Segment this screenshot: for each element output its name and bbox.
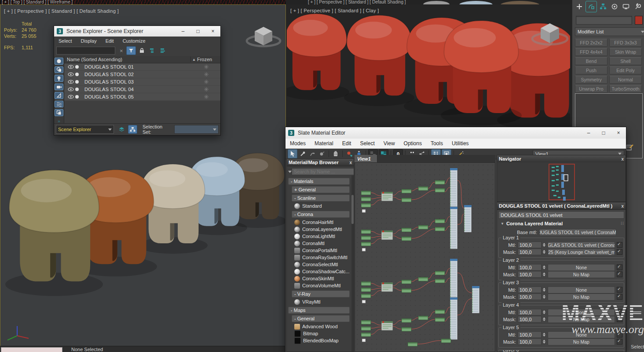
params-header[interactable]: DOUGLAS STOOL 01 velvet ( CoronaLayeredM…	[497, 202, 626, 210]
modify-tab-icon[interactable]	[585, 1, 597, 12]
collapse-tree-icon[interactable]	[159, 47, 168, 55]
mask-spinner[interactable]	[542, 249, 546, 255]
mtl-slot-button[interactable]: None	[548, 264, 615, 271]
frozen-toggle-icon[interactable]	[192, 87, 220, 92]
modifier-button[interactable]: Unwrap Pro	[575, 85, 607, 93]
menu-item[interactable]: Edit	[338, 140, 356, 147]
pick-material-from-object-icon[interactable]	[308, 150, 317, 158]
close-panel-icon[interactable]: x	[621, 157, 624, 161]
browser-tree-row[interactable]: CoronaHairMtl	[294, 219, 351, 226]
visibility-eye-icon[interactable]	[68, 72, 74, 77]
scene-explorer-titlebar[interactable]: 3 Scene Explorer - Scene Explorer – □ ×	[54, 26, 220, 37]
browser-tree-row[interactable]: CoronaLightMtl	[294, 233, 351, 240]
navigator-title[interactable]: Navigatorx	[497, 155, 626, 163]
menu-item[interactable]: View	[379, 140, 399, 147]
mtl-spinner[interactable]	[542, 264, 546, 270]
red-stool-2[interactable]	[344, 15, 414, 106]
maxscript-mini-listener[interactable]	[1, 347, 62, 352]
minimize-button[interactable]: –	[176, 26, 190, 37]
browser-options-icon[interactable]	[288, 169, 292, 175]
menu-item[interactable]: Select	[355, 140, 379, 147]
mask-slot-button[interactable]: No Map	[548, 293, 615, 301]
delete-selected-icon[interactable]	[331, 150, 340, 158]
menu-item[interactable]: Utilities	[447, 140, 473, 147]
motion-tab-icon[interactable]	[609, 1, 620, 12]
browser-tree-row[interactable]: - Materials	[288, 178, 350, 185]
browser-tree-row[interactable]: CoronaMtl	[294, 240, 351, 247]
browser-tree-row[interactable]: + General	[292, 186, 350, 193]
mask-enable-checkbox[interactable]	[617, 249, 622, 255]
search-input[interactable]	[56, 47, 115, 55]
scene-object-row[interactable]: DOUGLAS STOOL 04	[64, 86, 220, 93]
hierarchy-mode-icon[interactable]	[128, 125, 137, 134]
close-button[interactable]: ×	[205, 26, 220, 37]
frozen-toggle-icon[interactable]	[192, 95, 220, 99]
browser-tree-row[interactable]: CoronaRaySwitchMtl	[294, 254, 351, 261]
mtl-spinner[interactable]	[542, 309, 546, 315]
browser-scrollbar[interactable]	[351, 176, 354, 352]
selection-set-dropdown[interactable]	[174, 125, 219, 134]
scene-object-row[interactable]: DOUGLAS STOOL 05	[64, 93, 220, 101]
browser-tree-row[interactable]: - Scanline	[292, 194, 350, 202]
browser-search-input[interactable]	[292, 168, 354, 175]
mtl-slot-button[interactable]: None	[548, 286, 615, 293]
browser-tree-row[interactable]: CoronaSkinMtl	[294, 275, 351, 282]
stool-object-01[interactable]	[5, 170, 103, 296]
browser-tree-row[interactable]: Bitmap	[294, 330, 351, 337]
mask-spinner[interactable]	[542, 271, 546, 277]
mask-spinner[interactable]	[542, 294, 546, 300]
viewport-top-wireframe[interactable]: [ + ] [ Top ] [ Standard ] [ Wireframe ]	[0, 0, 286, 4]
display-spacewarps-icon[interactable]	[55, 101, 63, 108]
frozen-toggle-icon[interactable]	[192, 80, 220, 84]
clear-search-icon[interactable]: ×	[120, 48, 123, 54]
menu-item[interactable]: Edit	[101, 38, 118, 44]
visibility-eye-icon[interactable]	[68, 87, 74, 92]
maximize-button[interactable]: □	[190, 26, 205, 37]
mask-amount-field[interactable]: 100,0	[518, 249, 542, 255]
column-header-frozen[interactable]: ▲ Frozen	[190, 57, 220, 62]
modifier-button[interactable]: FFD 4x4x4	[575, 48, 607, 56]
browser-panel-title[interactable]: Material/Map Browserx	[287, 159, 354, 166]
object-name-field[interactable]	[576, 16, 632, 25]
close-button[interactable]: ×	[611, 127, 626, 139]
display-geometry-icon[interactable]	[55, 58, 63, 65]
visibility-eye-icon[interactable]	[68, 95, 74, 99]
assign-material-to-selection-icon[interactable]	[345, 150, 354, 158]
modifier-list-dropdown[interactable]: Modifier List	[575, 27, 644, 36]
minimize-button[interactable]: –	[581, 127, 596, 139]
browser-tree-row[interactable]: VRayMtl	[294, 298, 351, 305]
maximize-button[interactable]: □	[596, 127, 611, 139]
mtl-amount-field[interactable]: 100,0	[518, 264, 542, 271]
modifier-button[interactable]: TurboSmooth	[609, 85, 642, 93]
mask-spinner[interactable]	[542, 316, 546, 322]
red-stool-1[interactable]	[287, 14, 349, 100]
mask-enable-checkbox[interactable]	[617, 316, 622, 322]
visibility-eye-icon[interactable]	[68, 80, 74, 84]
modifier-button[interactable]: Shell	[609, 57, 642, 65]
viewport-upper-sliver-label[interactable]: [ + ] [ Perspective ] [ Standard ] [ Def…	[308, 0, 406, 4]
scene-object-row[interactable]: DOUGLAS STOOL 01	[64, 63, 220, 71]
menu-item[interactable]: Tools	[426, 140, 447, 147]
mask-amount-field[interactable]: 100,0	[518, 293, 542, 300]
mask-enable-checkbox[interactable]	[617, 339, 622, 345]
browser-tree-row[interactable]: - General	[292, 315, 350, 322]
create-tab-icon[interactable]	[574, 1, 585, 12]
menu-item[interactable]: Modes	[285, 140, 310, 147]
mask-amount-field[interactable]: 100,0	[518, 271, 542, 278]
modifier-button[interactable]: Push	[575, 66, 607, 74]
parameter-editor-icon[interactable]	[626, 144, 633, 150]
browser-tree-row[interactable]: - Maps	[288, 307, 350, 314]
visibility-eye-icon[interactable]	[68, 65, 74, 69]
display-groups-icon[interactable]	[55, 109, 63, 116]
mtl-enable-checkbox[interactable]	[617, 287, 622, 293]
mtl-enable-checkbox[interactable]	[617, 264, 622, 270]
display-cameras-icon[interactable]	[55, 84, 63, 91]
display-tab-icon[interactable]	[621, 1, 631, 12]
menu-item[interactable]: Select	[54, 38, 77, 44]
modifier-button[interactable]: FFD 2x2x2	[575, 39, 607, 47]
mtl-spinner[interactable]	[542, 287, 546, 293]
scene-object-row[interactable]: DOUGLAS STOOL 03	[64, 78, 220, 86]
frozen-toggle-icon[interactable]	[192, 72, 220, 77]
object-color-swatch[interactable]	[635, 16, 643, 25]
sme-titlebar[interactable]: 3 Slate Material Editor – □ ×	[285, 127, 626, 139]
